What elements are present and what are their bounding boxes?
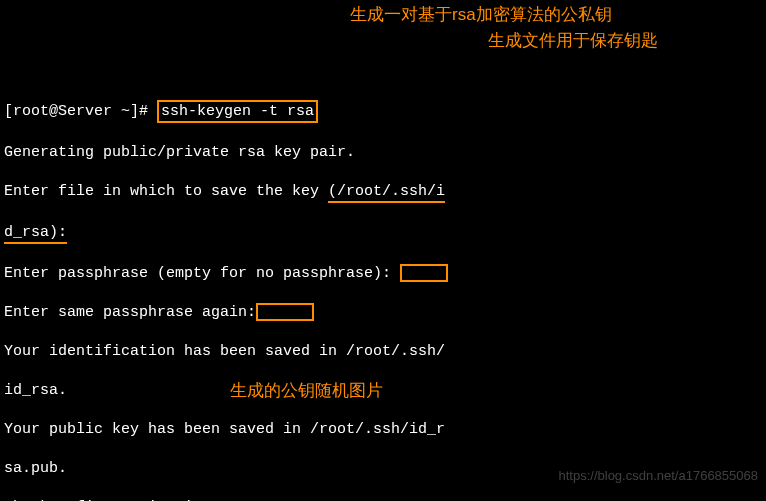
watermark: https://blog.csdn.net/a1766855068 (559, 468, 759, 485)
path-highlight: (/root/.ssh/i (328, 182, 445, 204)
output-line: id_rsa. (4, 381, 762, 401)
annotation-randomart: 生成的公钥随机图片 (230, 380, 383, 402)
path-highlight: d_rsa): (4, 223, 67, 245)
output-line: Your identification has been saved in /r… (4, 342, 762, 362)
output-line: Enter passphrase (empty for no passphras… (4, 265, 400, 282)
output-line: The key fingerprint is: (4, 498, 762, 502)
terminal-output: [root@Server ~]# ssh-keygen -t rsa Gener… (0, 78, 766, 501)
output-line: Enter same passphrase again: (4, 304, 256, 321)
input-highlight (400, 264, 448, 282)
annotation-savefile: 生成文件用于保存钥匙 (488, 30, 658, 52)
annotation-keypair: 生成一对基于rsa加密算法的公私钥 (350, 4, 612, 26)
input-highlight (256, 303, 314, 321)
prompt: [root@Server ~]# (4, 103, 148, 120)
output-line: Your public key has been saved in /root/… (4, 420, 762, 440)
output-line: Enter file in which to save the key (4, 183, 328, 200)
output-line: Generating public/private rsa key pair. (4, 143, 762, 163)
command-highlight: ssh-keygen -t rsa (157, 100, 318, 124)
